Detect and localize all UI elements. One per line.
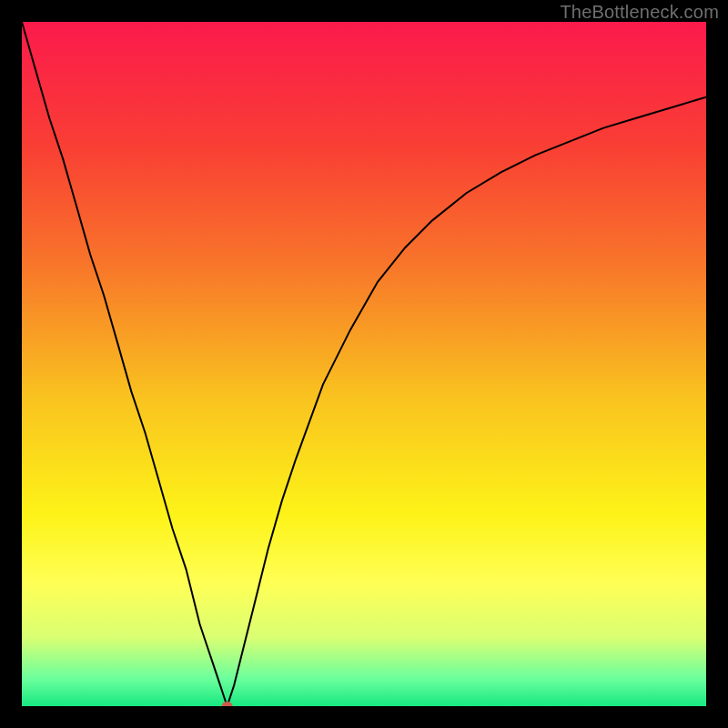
gradient-background	[22, 22, 706, 706]
plot-area	[22, 22, 706, 706]
watermark-label: TheBottleneck.com	[560, 2, 719, 23]
plot-svg	[22, 22, 706, 706]
chart-container: TheBottleneck.com	[0, 0, 728, 728]
